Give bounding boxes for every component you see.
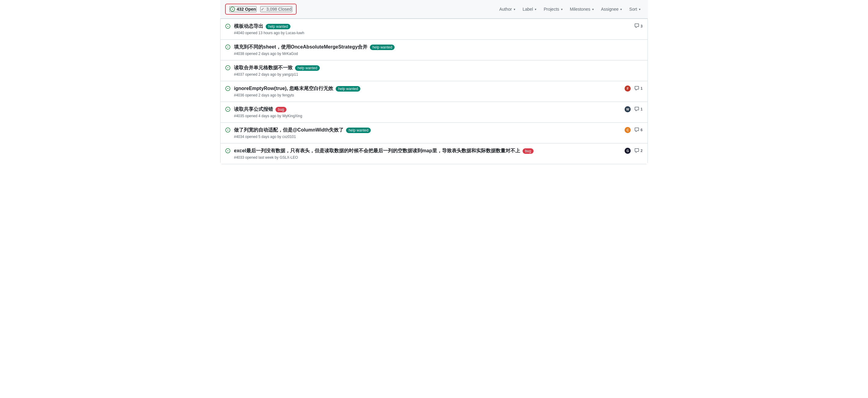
issue-right: 3 (634, 23, 643, 29)
comment-number: 2 (641, 148, 643, 153)
label-badge: help wanted (346, 128, 371, 133)
comment-number: 3 (641, 24, 643, 28)
table-row: excel最后一列没有数据，只有表头，但是读取数据的时候不会把最后一列的空数据读… (220, 143, 648, 164)
comment-icon (634, 86, 639, 92)
comment-count: 1 (634, 106, 643, 112)
issue-content: 填充到不同的sheet，使用OnceAbsoluteMergeStrategy合… (234, 44, 639, 56)
open-count-label: 432 Open (237, 7, 256, 11)
issue-right: G 2 (625, 148, 643, 154)
issue-meta: #4038 opened 2 days ago by MrKaGod (234, 52, 639, 56)
issue-title-row: 读取合并单元格数据不一致 help wanted (234, 65, 639, 71)
projects-chevron-icon: ▾ (561, 8, 563, 11)
issue-title-row: 读取共享公式报错 bug (234, 106, 621, 112)
comment-icon (634, 106, 639, 112)
table-row: 读取共享公式报错 bug #4035 opened 4 days ago by … (220, 102, 648, 123)
closed-issues-button[interactable]: ✓ 3,098 Closed (260, 6, 292, 12)
comment-number: 1 (641, 87, 643, 91)
issue-meta: #4036 opened 2 days ago by fengyts (234, 93, 621, 97)
milestones-chevron-icon: ▾ (592, 8, 594, 11)
sort-button[interactable]: Sort ▾ (627, 5, 643, 13)
issue-title[interactable]: excel最后一列没有数据，只有表头，但是读取数据的时候不会把最后一列的空数据读… (234, 148, 520, 154)
avatar: W (625, 106, 631, 112)
issue-open-icon (225, 148, 230, 154)
author-chevron-icon: ▾ (514, 8, 515, 11)
comment-number: 1 (641, 107, 643, 111)
issue-title-row: 填充到不同的sheet，使用OnceAbsoluteMergeStrategy合… (234, 44, 639, 51)
sort-chevron-icon: ▾ (639, 8, 641, 11)
label-chevron-icon: ▾ (535, 8, 536, 11)
assignee-chevron-icon: ▾ (620, 8, 622, 11)
issue-title-row: 做了列宽的自动适配，但是@ColumnWidth失效了 help wanted (234, 127, 621, 133)
issue-content: 读取共享公式报错 bug #4035 opened 4 days ago by … (234, 106, 621, 118)
label-filter-button[interactable]: Label ▾ (520, 5, 539, 13)
issue-open-icon (225, 128, 230, 133)
label-badge: help wanted (266, 24, 290, 29)
issue-open-icon (225, 65, 230, 71)
issue-title[interactable]: 填充到不同的sheet，使用OnceAbsoluteMergeStrategy合… (234, 44, 367, 51)
issue-open-icon (225, 86, 230, 92)
open-issue-icon (230, 7, 235, 11)
comment-count: 6 (634, 127, 643, 133)
assignee-filter-button[interactable]: Assignee ▾ (599, 5, 625, 13)
issue-content: excel最后一列没有数据，只有表头，但是读取数据的时候不会把最后一列的空数据读… (234, 148, 621, 160)
comment-count: 2 (634, 148, 643, 154)
comment-icon (634, 148, 639, 154)
issue-title[interactable]: ignoreEmptyRow(true), 忽略末尾空白行无效 (234, 86, 333, 92)
closed-count-label: 3,098 Closed (266, 7, 292, 11)
toolbar-left: 432 Open ✓ 3,098 Closed (225, 4, 297, 15)
comment-count: 1 (634, 86, 643, 92)
comment-number: 6 (641, 128, 643, 132)
toolbar-right: Author ▾ Label ▾ Projects ▾ Milestones ▾… (497, 5, 643, 13)
issue-open-icon (225, 24, 230, 30)
issue-content: 做了列宽的自动适配，但是@ColumnWidth失效了 help wanted … (234, 127, 621, 139)
issue-content: 模板动态导出 help wanted #4040 opened 13 hours… (234, 23, 631, 35)
avatar: G (625, 148, 631, 154)
milestones-filter-button[interactable]: Milestones ▾ (567, 5, 596, 13)
issue-meta: #4037 opened 2 days ago by yangzp11 (234, 72, 639, 77)
table-row: 填充到不同的sheet，使用OnceAbsoluteMergeStrategy合… (220, 40, 648, 60)
table-row: ignoreEmptyRow(true), 忽略末尾空白行无效 help wan… (220, 81, 648, 102)
issue-title[interactable]: 模板动态导出 (234, 23, 263, 30)
issue-open-icon (225, 44, 230, 51)
avatar: F (625, 86, 631, 92)
avatar: C (625, 127, 631, 133)
issue-title[interactable]: 做了列宽的自动适配，但是@ColumnWidth失效了 (234, 127, 344, 133)
issue-meta: #4040 opened 13 hours ago by Lucas-luwh (234, 31, 631, 35)
issue-title[interactable]: 读取合并单元格数据不一致 (234, 65, 292, 71)
label-badge: bug (523, 148, 533, 154)
label-badge: help wanted (295, 65, 320, 71)
comment-icon (634, 127, 639, 133)
issue-meta: #4035 opened 4 days ago by WyKingXing (234, 114, 621, 118)
label-badge: bug (276, 107, 286, 112)
label-badge: help wanted (336, 86, 361, 92)
issue-title-row: 模板动态导出 help wanted (234, 23, 631, 30)
issue-title-row: excel最后一列没有数据，只有表头，但是读取数据的时候不会把最后一列的空数据读… (234, 148, 621, 154)
label-badge: help wanted (370, 44, 395, 50)
projects-filter-button[interactable]: Projects ▾ (541, 5, 565, 13)
issue-meta: #4033 opened last week by GSLX-LEO (234, 155, 621, 160)
issues-list: 模板动态导出 help wanted #4040 opened 13 hours… (220, 19, 648, 164)
check-icon: ✓ (261, 7, 265, 11)
issue-right: C 6 (625, 127, 643, 133)
table-row: 模板动态导出 help wanted #4040 opened 13 hours… (220, 19, 648, 40)
comment-icon (634, 23, 639, 29)
issue-right: F 1 (625, 86, 643, 92)
comment-count: 3 (634, 23, 643, 29)
table-row: 读取合并单元格数据不一致 help wanted #4037 opened 2 … (220, 60, 648, 81)
issue-meta: #4034 opened 5 days ago by cxz0101 (234, 135, 621, 139)
issue-open-icon (225, 107, 230, 112)
open-closed-toggle: 432 Open ✓ 3,098 Closed (225, 4, 297, 15)
issue-content: ignoreEmptyRow(true), 忽略末尾空白行无效 help wan… (234, 86, 621, 97)
issue-content: 读取合并单元格数据不一致 help wanted #4037 opened 2 … (234, 65, 639, 77)
table-row: 做了列宽的自动适配，但是@ColumnWidth失效了 help wanted … (220, 123, 648, 143)
issue-title-row: ignoreEmptyRow(true), 忽略末尾空白行无效 help wan… (234, 86, 621, 92)
issue-title[interactable]: 读取共享公式报错 (234, 106, 273, 112)
open-issues-button[interactable]: 432 Open (229, 6, 256, 12)
author-filter-button[interactable]: Author ▾ (497, 5, 518, 13)
issues-toolbar: 432 Open ✓ 3,098 Closed Author ▾ Label ▾… (220, 0, 648, 19)
issue-right: W 1 (625, 106, 643, 112)
issues-page: 432 Open ✓ 3,098 Closed Author ▾ Label ▾… (220, 0, 648, 164)
